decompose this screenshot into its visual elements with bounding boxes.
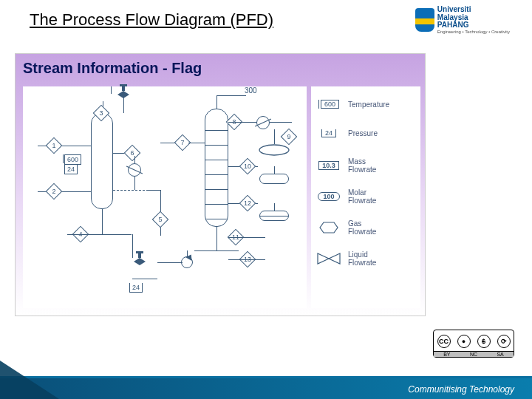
stream-10: 10 xyxy=(239,158,256,175)
stream-2: 2 xyxy=(46,183,63,200)
legend-gas-flowrate: Gas Flowrate xyxy=(316,219,417,236)
legend-molar-flowrate: 100 Molar Flowrate xyxy=(316,188,417,205)
legend-mass-flowrate: 10.3 Mass Flowrate xyxy=(316,157,417,174)
cc-label-by: BY xyxy=(443,352,450,357)
stream-1: 1 xyxy=(46,137,63,154)
stream-6: 6 xyxy=(124,145,141,162)
footer: Communitising Technology xyxy=(0,361,532,399)
legend-pressure: 24 Pressure xyxy=(316,129,417,137)
logo-line3: PAHANG xyxy=(437,21,469,29)
page-title: The Process Flow Diagram (PFD) xyxy=(30,10,273,30)
column-1 xyxy=(91,113,113,209)
control-valve-bottom xyxy=(134,258,146,265)
logo-line2: Malaysia xyxy=(437,13,468,21)
sa-icon: ⟳ xyxy=(497,335,511,348)
pressure-flag: 24 xyxy=(64,165,78,174)
svg-marker-1 xyxy=(320,222,338,233)
stream-5: 5 xyxy=(152,211,169,228)
cc-label-sa: SA xyxy=(497,352,503,357)
subheading: Stream Information - Flag xyxy=(23,60,202,77)
logo-shield-icon xyxy=(415,8,434,32)
cc-license-badge: CC ● $ ⟳ BY NC SA xyxy=(433,330,514,358)
stream-12: 12 xyxy=(239,195,256,212)
university-logo: Universiti Malaysia PAHANG Engineering •… xyxy=(415,6,510,34)
footer-triangle-icon xyxy=(0,361,59,399)
side-drum-1 xyxy=(259,174,289,184)
logo-subtext: Engineering • Technology • Creativity xyxy=(437,30,510,34)
logo-line1: Universiti xyxy=(437,5,471,13)
nc-icon: $ xyxy=(477,335,491,348)
title-text: The Process Flow Diagram (PFD) xyxy=(30,10,273,29)
temperature-flag-tick xyxy=(63,154,64,163)
svg-point-0 xyxy=(259,145,289,155)
reflux-drum xyxy=(258,144,290,156)
dashed-recycle-line xyxy=(113,190,149,191)
cc-label-nc: NC xyxy=(470,352,477,357)
bottoms-pump xyxy=(181,256,193,268)
temperature-flag: 600 xyxy=(64,154,81,165)
label-300: 300 xyxy=(245,86,257,95)
svg-marker-2 xyxy=(318,253,329,264)
pfd-diagram: 3 1 2 600 24 6 4 24 5 7 xyxy=(23,86,307,308)
legend-liquid-flowrate: Liquid Flowrate xyxy=(316,250,417,267)
condenser xyxy=(256,116,270,129)
legend-temperature: 600 Temperature xyxy=(316,100,417,109)
logo-text: Universiti Malaysia PAHANG Engineering •… xyxy=(437,6,510,34)
svg-marker-3 xyxy=(329,253,340,264)
slide: Stream Information - Flag 3 1 2 600 24 6 xyxy=(15,53,426,316)
cc-icon: CC xyxy=(437,335,451,348)
stream-9: 9 xyxy=(281,129,298,146)
column-2 xyxy=(205,109,228,227)
footer-tagline: Communitising Technology xyxy=(408,384,514,395)
pressure-flag-bottom: 24 xyxy=(129,283,143,293)
heat-exchanger-mid xyxy=(128,163,141,177)
legend: 600 Temperature 24 Pressure 10.3 Mass Fl… xyxy=(311,86,420,308)
by-icon: ● xyxy=(457,335,471,348)
